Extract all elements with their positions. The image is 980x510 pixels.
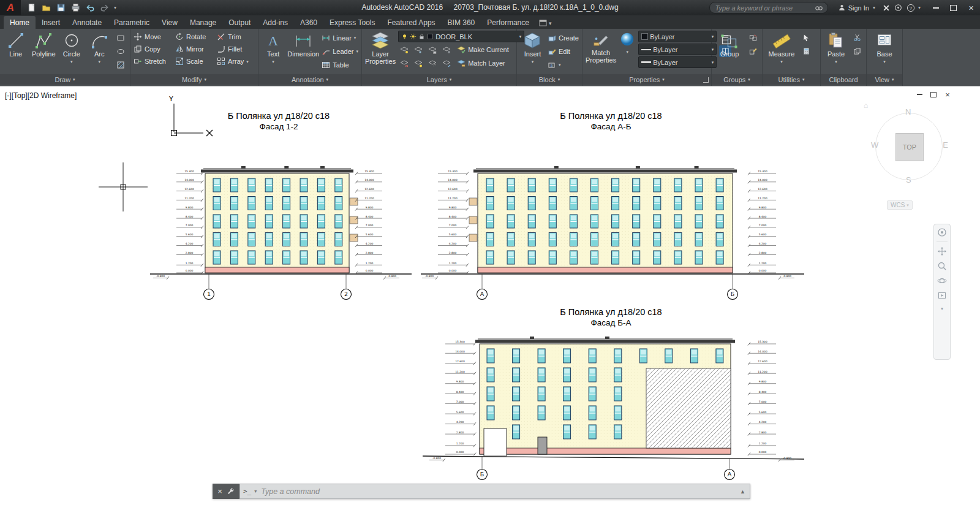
panel-footer-clipboard[interactable]: Clipboard [821,74,866,85]
drawing-canvas[interactable]: [-][Top][2D Wireframe] Y Б Полянка ул д1… [0,86,980,510]
viewcube[interactable]: ⌂ N W E S TOP [865,102,953,191]
dropdown-caret-icon[interactable]: ▾ [272,59,274,64]
wcs-selector[interactable]: WCS▾ [887,200,913,210]
linetype-combo[interactable]: ByLayer▾ [638,44,717,55]
base-view-button[interactable]: Base▾ [870,31,899,74]
dimension-button[interactable]: Dimension [287,31,319,74]
tab-add-ins[interactable]: Add-ins [257,16,294,29]
help-caret-icon[interactable]: ▾ [917,5,922,10]
cut-icon[interactable] [851,32,863,44]
drawing-close-icon[interactable]: × [943,91,952,98]
ribbon-display-toggle[interactable]: ▾ [539,20,552,29]
layer-unisolate-icon[interactable] [398,58,410,69]
layer-thaw-all-icon[interactable] [412,58,424,69]
rectangle-tool-icon[interactable] [115,32,127,44]
command-close-icon[interactable]: × [217,487,222,495]
panel-footer-properties[interactable]: Properties▾ [582,74,711,85]
polyline-button[interactable]: Polyline [31,31,57,74]
layer-select-combo[interactable]: DOOR_BLK ▾ [398,31,524,42]
tab-home[interactable]: Home [4,16,36,29]
tab-insert[interactable]: Insert [36,16,66,29]
zoom-icon[interactable] [937,261,948,272]
binoculars-icon[interactable] [815,4,823,12]
copy-button[interactable]: Copy [134,44,174,55]
dropdown-caret-icon[interactable]: ▾ [559,63,561,67]
minimize-button[interactable] [927,0,944,15]
full-navigation-wheel-icon[interactable] [937,227,948,238]
dropdown-caret-icon[interactable]: ▾ [626,50,628,54]
rotate-button[interactable]: Rotate [175,31,216,43]
layer-walk-icon[interactable] [440,58,453,69]
tab-express-tools[interactable]: Express Tools [323,16,381,29]
help-search-input[interactable] [714,4,815,12]
arc-button[interactable]: Arc▾ [87,31,113,74]
panel-footer-modify[interactable]: Modify▾ [130,74,258,85]
object-color-combo[interactable]: ByLayer▾ [638,31,717,42]
dropdown-caret-icon[interactable]: ▾ [354,36,356,40]
layer-properties-button[interactable]: Layer Properties [365,31,396,74]
layer-freeze-icon[interactable] [412,44,424,56]
panel-footer-layers[interactable]: Layers▾ [362,74,516,85]
tab-performance[interactable]: Performance [481,16,535,29]
showmotion-icon[interactable] [937,290,948,301]
table-button[interactable]: Table [322,59,358,70]
panel-footer-utilities[interactable]: Utilities▾ [763,74,820,85]
redo-icon[interactable] [98,1,111,14]
make-current-button[interactable]: Make Current [457,44,509,56]
command-input[interactable] [260,487,736,497]
leader-button[interactable]: Leader▾ [322,45,358,57]
circle-button[interactable]: Circle▾ [59,31,85,74]
save-icon[interactable] [54,1,67,14]
drawing-minimize-icon[interactable] [915,91,924,98]
dropdown-caret-icon[interactable]: ▾ [883,59,886,64]
viewcube-top-face[interactable]: TOP [895,133,924,161]
hatch-tool-icon[interactable] [115,59,127,70]
communication-center-icon[interactable] [892,1,905,14]
match-properties-button[interactable]: Match Properties [586,31,616,74]
layer-off-icon[interactable] [440,44,453,56]
drawing-restore-icon[interactable] [929,91,938,98]
dropdown-caret-icon[interactable]: ▾ [532,59,534,64]
trim-button[interactable]: Trim [217,31,257,43]
dropdown-caret-icon[interactable]: ▾ [246,59,249,64]
close-button[interactable]: × [962,0,980,15]
panel-footer-block[interactable]: Block▾ [517,74,582,85]
command-history-icon[interactable]: ▲ [739,489,747,495]
paste-button[interactable]: Paste▾ [824,31,848,74]
plot-icon[interactable] [69,1,82,14]
exchange-apps-icon[interactable] [880,1,892,14]
layer-isolate-icon[interactable] [398,44,410,56]
copy-clip-icon[interactable] [851,45,863,57]
create-block-button[interactable]: Create [548,32,579,44]
undo-icon[interactable] [83,1,97,14]
color-sphere-button[interactable]: ▾ [619,31,636,74]
dialog-launcher-icon[interactable] [703,77,709,83]
stretch-button[interactable]: Stretch [134,56,174,67]
measure-button[interactable]: Measure▾ [766,31,797,74]
ungroup-icon[interactable] [747,32,759,44]
orbit-icon[interactable] [937,275,948,286]
edit-block-button[interactable]: Edit [548,45,579,57]
restore-button[interactable] [944,0,962,15]
line-button[interactable]: Line [3,31,29,74]
pan-icon[interactable] [937,246,948,257]
viewcube-home-icon[interactable]: ⌂ [864,101,868,110]
tab-a360[interactable]: A360 [294,16,323,29]
tab-parametric[interactable]: Parametric [108,16,156,29]
match-layer-button[interactable]: Match Layer [457,58,505,69]
dropdown-caret-icon[interactable]: ▾ [780,59,783,64]
quick-select-icon[interactable] [800,32,812,44]
new-file-icon[interactable] [24,1,38,14]
group-button[interactable]: Group [715,31,744,74]
scale-button[interactable]: Scale [175,56,216,67]
fillet-button[interactable]: Fillet [217,44,257,55]
group-edit-icon[interactable] [747,45,759,57]
command-input-area[interactable]: >_ ▾ ▲ [239,484,750,499]
dropdown-caret-icon[interactable]: ▾ [356,49,358,53]
text-button[interactable]: A Text▾ [262,31,285,74]
open-file-icon[interactable] [39,1,53,14]
layer-unlock-all-icon[interactable] [426,58,439,69]
viewcube-east[interactable]: E [943,140,948,150]
tab-manage[interactable]: Manage [184,16,222,29]
tab-output[interactable]: Output [222,16,257,29]
